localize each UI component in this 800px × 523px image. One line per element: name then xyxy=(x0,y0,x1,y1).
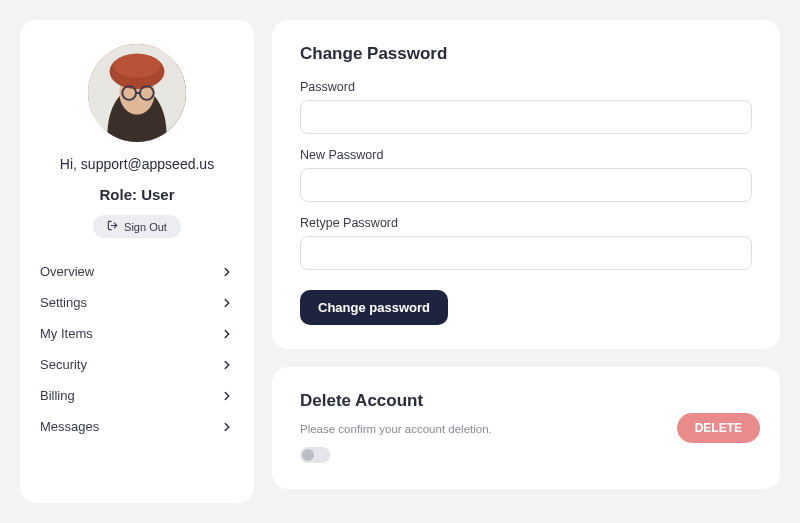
delete-account-card: Delete Account Please confirm your accou… xyxy=(272,367,780,489)
greeting-prefix: Hi, xyxy=(60,156,81,172)
sidebar-item-settings[interactable]: Settings xyxy=(36,287,238,318)
retype-password-label: Retype Password xyxy=(300,216,752,230)
new-password-field-group: New Password xyxy=(300,148,752,202)
chevron-right-icon xyxy=(220,265,234,279)
sidebar-item-label: Overview xyxy=(40,264,94,279)
sidebar-item-my-items[interactable]: My Items xyxy=(36,318,238,349)
greeting: Hi, support@appseed.us xyxy=(36,156,238,172)
role-value: User xyxy=(141,186,174,203)
sidebar-item-label: Security xyxy=(40,357,87,372)
chevron-right-icon xyxy=(220,420,234,434)
sidebar-item-security[interactable]: Security xyxy=(36,349,238,380)
sidebar-menu: Overview Settings My Items Security Bill… xyxy=(36,256,238,442)
role-line: Role: User xyxy=(36,186,238,203)
avatar xyxy=(88,44,186,142)
change-password-card: Change Password Password New Password Re… xyxy=(272,20,780,349)
sidebar-item-label: Messages xyxy=(40,419,99,434)
greeting-email: support@appseed.us xyxy=(81,156,214,172)
sidebar: Hi, support@appseed.us Role: User Sign O… xyxy=(20,20,254,503)
new-password-input[interactable] xyxy=(300,168,752,202)
sign-out-button[interactable]: Sign Out xyxy=(93,215,181,238)
sidebar-item-label: Billing xyxy=(40,388,75,403)
change-password-title: Change Password xyxy=(300,44,752,64)
chevron-right-icon xyxy=(220,358,234,372)
chevron-right-icon xyxy=(220,296,234,310)
delete-button[interactable]: DELETE xyxy=(677,413,760,443)
retype-password-input[interactable] xyxy=(300,236,752,270)
sidebar-item-billing[interactable]: Billing xyxy=(36,380,238,411)
password-label: Password xyxy=(300,80,752,94)
sidebar-item-label: Settings xyxy=(40,295,87,310)
sidebar-item-label: My Items xyxy=(40,326,93,341)
change-password-button[interactable]: Change password xyxy=(300,290,448,325)
sign-out-label: Sign Out xyxy=(124,221,167,233)
svg-point-3 xyxy=(113,54,160,78)
new-password-label: New Password xyxy=(300,148,752,162)
sidebar-item-overview[interactable]: Overview xyxy=(36,256,238,287)
chevron-right-icon xyxy=(220,327,234,341)
delete-account-title: Delete Account xyxy=(300,391,752,411)
role-label: Role: xyxy=(99,186,141,203)
retype-password-field-group: Retype Password xyxy=(300,216,752,270)
sign-out-icon xyxy=(107,220,118,233)
chevron-right-icon xyxy=(220,389,234,403)
password-field-group: Password xyxy=(300,80,752,134)
sidebar-item-messages[interactable]: Messages xyxy=(36,411,238,442)
password-input[interactable] xyxy=(300,100,752,134)
main-content: Change Password Password New Password Re… xyxy=(272,20,780,503)
delete-confirm-toggle[interactable] xyxy=(300,447,330,463)
